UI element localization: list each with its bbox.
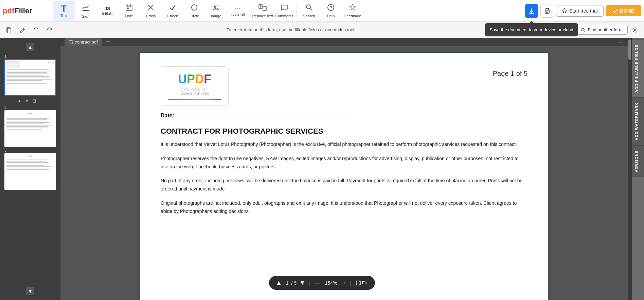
tool-date[interactable]: Date xyxy=(118,1,140,21)
tool-check[interactable]: Check xyxy=(162,1,183,21)
edit-button[interactable] xyxy=(16,24,29,36)
tool-date-label: Date xyxy=(125,14,133,18)
tool-sign-label: Sign xyxy=(82,14,89,18)
tool-cross[interactable]: Cross xyxy=(140,1,162,21)
cross-icon xyxy=(147,4,155,13)
svg-rect-25 xyxy=(7,28,11,33)
logo: pdfFiller xyxy=(3,6,50,15)
updf-watermark: CREATED BY xyxy=(180,88,209,91)
svg-point-9 xyxy=(214,6,216,7)
svg-line-28 xyxy=(584,31,585,32)
tool-initials[interactable]: JS Initials xyxy=(96,1,118,21)
thumb-1-delete[interactable]: 🗑 xyxy=(31,97,37,104)
updf-logo: UPDF CREATED BY WWW.UPDF.COM xyxy=(161,66,229,106)
tool-replace-text-label: Replace text xyxy=(252,14,273,18)
thumb-page-2: Table xyxy=(4,110,56,147)
thumbnail-page-3[interactable]: 3 Text xyxy=(4,148,56,190)
thumb-1-down[interactable]: ▼ xyxy=(24,97,30,104)
tool-comments[interactable]: Comments xyxy=(273,1,295,21)
tool-tools9[interactable]: ··· Tools (9) xyxy=(227,1,249,21)
scroll-down-button[interactable]: ▼ xyxy=(26,287,34,295)
logo-text: pdfFiller xyxy=(3,6,32,15)
scrollbar-thumb[interactable] xyxy=(628,39,631,60)
start-trial-button[interactable]: Start free trial xyxy=(556,5,604,17)
svg-rect-4 xyxy=(127,8,128,9)
help-icon: ? xyxy=(327,4,335,13)
info-text: To enter data on this form, use the fill… xyxy=(227,27,358,32)
print-button[interactable] xyxy=(540,4,554,18)
thumbnail-page-2[interactable]: 2 Table xyxy=(4,105,56,147)
main-layout: ▲ 1 Page 1 of 5 xyxy=(0,38,644,300)
svg-line-26 xyxy=(23,29,24,30)
date-icon xyxy=(125,4,133,13)
page-next-button[interactable]: ▼ xyxy=(298,279,307,287)
add-tab-button[interactable]: + xyxy=(105,38,111,46)
edit-doc-label: Edit Document xyxy=(540,27,569,32)
find-form-button[interactable]: Find another form xyxy=(576,25,628,35)
right-tab-fillable[interactable]: ADD FILLABLE FIELDS xyxy=(632,39,644,97)
redo-button[interactable] xyxy=(43,24,56,36)
page-current: 1 xyxy=(285,280,290,286)
updf-url: WWW.UPDF.COM xyxy=(181,92,209,96)
tool-image[interactable]: Image xyxy=(205,1,227,21)
thumb-page-3: Text xyxy=(4,153,56,190)
thumb-1-up[interactable]: ▲ xyxy=(16,97,22,104)
pages-button[interactable] xyxy=(3,24,15,36)
thumb-1-more[interactable]: ··· xyxy=(39,97,44,104)
date-line: Date: xyxy=(161,113,527,119)
svg-point-29 xyxy=(634,29,636,31)
tool-circle[interactable]: Circle xyxy=(183,1,205,21)
tools9-icon: ··· xyxy=(235,5,241,12)
date-underline xyxy=(178,117,348,117)
zoom-out-button[interactable]: — xyxy=(312,279,322,287)
pdf-wrapper: UPDF CREATED BY WWW.UPDF.COM Page 1 of 5… xyxy=(60,46,628,300)
right-actions: Save the document to your device or clou… xyxy=(525,4,641,18)
page-total: 5 xyxy=(294,280,297,286)
tool-replace-text[interactable]: Replace text xyxy=(252,1,273,21)
tool-search[interactable]: Search xyxy=(298,1,320,21)
vertical-scrollbar[interactable] xyxy=(628,38,632,300)
page-slash: / xyxy=(291,280,293,286)
page-prev-button[interactable]: ▲ xyxy=(274,279,283,287)
thumbnail-container: 1 Page 1 of 5 xyxy=(0,53,60,191)
sign-icon xyxy=(82,3,90,14)
second-toolbar: To enter data on this form, use the fill… xyxy=(0,22,644,38)
done-button[interactable]: DONE xyxy=(606,5,641,16)
tool-feedback[interactable]: Feedback xyxy=(342,1,363,21)
thumb-num-2: 2 xyxy=(4,105,56,110)
doc-tab-bar: contract.pdf + ··· xyxy=(60,38,628,46)
svg-point-15 xyxy=(306,5,310,9)
check-icon xyxy=(169,4,176,13)
circle-icon xyxy=(191,4,198,13)
right-sidebar: ADD FILLABLE FIELDS ADD WATERMARK VERSIO… xyxy=(632,38,644,300)
doc-tab-contract[interactable]: contract.pdf xyxy=(65,38,102,46)
thumbnail-page-1[interactable]: 1 Page 1 of 5 xyxy=(4,54,56,104)
zoom-level: 154% xyxy=(323,280,339,286)
right-tab-versions[interactable]: VERSIONS xyxy=(632,145,644,177)
undo-button[interactable] xyxy=(30,24,42,36)
initials-icon: JS xyxy=(104,6,110,11)
tab-menu-button[interactable]: ··· xyxy=(619,38,624,46)
right-tab-watermark[interactable]: ADD WATERMARK xyxy=(632,97,644,145)
search-icon xyxy=(305,4,313,13)
edit-document-button[interactable]: Edit Document xyxy=(529,25,574,35)
find-form-label: Find another form xyxy=(588,27,623,32)
tool-help[interactable]: ? Help xyxy=(320,1,342,21)
content-area[interactable]: contract.pdf + ··· UPDF CREATED BY WWW.U… xyxy=(60,38,628,300)
comments-icon xyxy=(281,4,288,13)
svg-rect-11 xyxy=(263,6,266,11)
download-button[interactable] xyxy=(525,4,538,18)
pdf-page: UPDF CREATED BY WWW.UPDF.COM Page 1 of 5… xyxy=(140,53,548,300)
settings-button[interactable] xyxy=(629,24,641,36)
zoom-in-button[interactable]: + xyxy=(341,279,348,287)
page-label-text: Page 1 of 5 xyxy=(493,70,527,77)
tool-sign[interactable]: Sign xyxy=(75,1,96,21)
start-trial-label: Start free trial xyxy=(569,8,598,14)
scroll-up-button[interactable]: ▲ xyxy=(26,43,34,51)
zoom-divider-2: | xyxy=(350,280,351,286)
date-label: Date: xyxy=(161,113,174,118)
text-icon: T xyxy=(61,4,67,13)
tool-text[interactable]: T Text xyxy=(53,1,75,21)
zoom-fit-button[interactable]: Fit xyxy=(353,280,370,286)
left-sidebar: ▲ 1 Page 1 of 5 xyxy=(0,38,60,300)
